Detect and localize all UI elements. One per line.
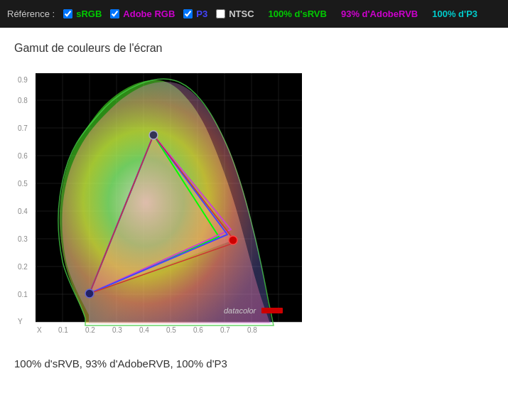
svg-text:0.2: 0.2: [85, 326, 95, 334]
svg-text:0.1: 0.1: [58, 326, 68, 334]
srgb-label[interactable]: sRGB: [76, 9, 102, 19]
svg-text:0.3: 0.3: [112, 326, 122, 334]
svg-text:0.5: 0.5: [166, 326, 176, 334]
svg-rect-42: [261, 308, 283, 313]
summary-text: 100% d'sRVB, 93% d'AdobeRVB, 100% d'P3: [14, 357, 494, 370]
ntsc-label[interactable]: NTSC: [229, 9, 254, 19]
svg-text:Y: Y: [18, 318, 23, 325]
ntsc-checkbox[interactable]: [216, 9, 225, 18]
p3-checkbox[interactable]: [183, 9, 193, 18]
main-content: Gamut de couleurs de l'écran: [0, 28, 508, 384]
p3-checkbox-group: P3: [183, 9, 207, 19]
svg-text:X: X: [37, 326, 42, 334]
svg-point-40: [229, 236, 237, 244]
svg-text:0.5: 0.5: [18, 180, 28, 188]
svg-text:0.4: 0.4: [18, 208, 28, 215]
srgb-checkbox-group: sRGB: [63, 9, 102, 19]
reference-label: Référence :: [7, 9, 55, 19]
stat-adobe: 93% d'AdobeRVB: [341, 9, 418, 19]
stat-p3: 100% d'P3: [432, 9, 477, 19]
datacolor-watermark: datacolor: [224, 306, 257, 315]
svg-text:0.6: 0.6: [18, 152, 28, 160]
p3-label[interactable]: P3: [196, 9, 207, 19]
adobe-checkbox-group: Adobe RGB: [110, 9, 175, 19]
stat-srvb: 100% d'sRVB: [269, 9, 327, 19]
chart-title: Gamut de couleurs de l'écran: [14, 42, 494, 55]
svg-text:0.6: 0.6: [193, 326, 203, 334]
adobe-checkbox[interactable]: [110, 9, 119, 18]
svg-text:0.4: 0.4: [139, 326, 149, 334]
srgb-checkbox[interactable]: [63, 9, 72, 18]
chart-container: X 0.1 0.2 0.3 0.4 0.5 0.6 0.7 0.8 Y 0.1 …: [14, 66, 313, 343]
header-bar: Référence : sRGB Adobe RGB P3 NTSC 100% …: [0, 0, 508, 28]
svg-text:0.7: 0.7: [220, 326, 230, 334]
svg-text:0.9: 0.9: [18, 76, 28, 84]
adobe-label[interactable]: Adobe RGB: [123, 9, 175, 19]
svg-point-39: [149, 131, 158, 139]
svg-text:0.3: 0.3: [18, 235, 28, 243]
ntsc-checkbox-group: NTSC: [216, 9, 254, 19]
svg-text:0.8: 0.8: [247, 326, 257, 334]
svg-text:0.8: 0.8: [18, 97, 28, 104]
svg-point-41: [85, 289, 94, 298]
svg-text:0.1: 0.1: [18, 291, 28, 298]
svg-text:0.2: 0.2: [18, 263, 28, 271]
svg-text:0.7: 0.7: [18, 124, 28, 132]
